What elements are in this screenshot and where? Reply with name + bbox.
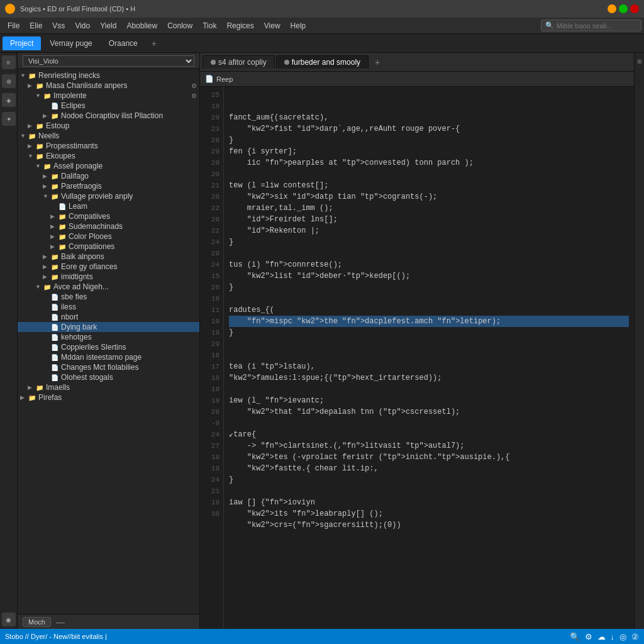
tree-item[interactable]: ▶📁Compatiiones [18, 242, 199, 252]
tree-item[interactable]: ▶📁Dalifago [18, 171, 199, 181]
tree-item[interactable]: ▶📁Eore gy ofiances [18, 262, 199, 272]
tree-item-label: kehotges [61, 333, 92, 341]
tree-item[interactable]: ▶📁Nodoe Cioraptlov ilist Pllaction [18, 111, 199, 121]
editor-tab-0[interactable]: s4 afitor copliy [203, 55, 275, 69]
code-line: "kw2">that "id">depalash tnn ("tp">cscre… [229, 406, 629, 418]
tree-item[interactable]: 📄kehotges [18, 332, 199, 342]
tree-item[interactable]: ▶📁Sudemachinads [18, 221, 199, 231]
tree-item-label: Assell ponagle [53, 162, 103, 170]
code-line: ↙tare{ [229, 429, 629, 440]
menu-item-view[interactable]: View [259, 20, 286, 31]
code-line: iew (l_ "fn">ievantc; [229, 395, 629, 406]
status-icon[interactable]: ◎ [619, 632, 626, 641]
status-icon[interactable]: ☁ [597, 632, 606, 641]
tree-item[interactable]: 📄sbe fies [18, 292, 199, 302]
tree-item[interactable]: ▼📁Neells [18, 131, 199, 141]
tree-item[interactable]: ▼📁Assell ponagle [18, 161, 199, 171]
tree-item[interactable]: 📄Changes Mct fiolabilies [18, 362, 199, 372]
menu-item-regices[interactable]: Regices [221, 20, 258, 31]
status-bar: Stobo // Dyer/ - New//biit evitalis | 🔍⚙… [0, 629, 644, 644]
code-line [229, 418, 629, 429]
tree-item[interactable]: 📄Leam [18, 201, 199, 211]
editor-tab-1[interactable]: furbeder and smooly [276, 55, 369, 69]
status-text[interactable]: Stobo // Dyer/ - New//biit evitalis | [5, 633, 107, 640]
gear-icon[interactable]: ⚙ [191, 82, 197, 89]
tree-item[interactable]: ▼📁Ekoupes [18, 151, 199, 161]
tree-item[interactable]: 📄Eclipes [18, 101, 199, 111]
editor-area: s4 afitor copliyfurbeder and smooly+ 📄 R… [200, 53, 634, 629]
tree-item[interactable]: ▶📁Baik alnpons [18, 252, 199, 262]
code-content[interactable]: fanct_aum{(sacretatc), "kw2">fist "id">d… [224, 87, 634, 629]
tree-item[interactable]: ▶📁Paretfraogis [18, 181, 199, 191]
menu-item-help[interactable]: Help [286, 20, 311, 31]
tree-item[interactable]: ▶📁Propesstimants [18, 141, 199, 151]
tree-item[interactable]: 📄Coppierlies Slertins [18, 342, 199, 352]
tree-item[interactable]: 📄nbort [18, 312, 199, 322]
editor-tab-label: s4 afitor copliy [218, 58, 267, 67]
tree-item[interactable]: ▶📁Color Plooes [18, 231, 199, 242]
code-line [229, 531, 629, 542]
search-input[interactable] [557, 22, 638, 30]
window-controls[interactable] [608, 4, 639, 13]
tree-item[interactable]: 📄Dying bark [18, 322, 199, 332]
code-line [229, 169, 629, 180]
status-icon[interactable]: ↓ [611, 632, 615, 641]
tree-item-label: Propesstimants [46, 142, 98, 150]
tree-item-label: Sudemachinads [69, 222, 123, 231]
main-tabs: ProjectVernay pugeOraance [3, 36, 145, 50]
menu-item-vido[interactable]: Vido [70, 20, 95, 31]
tree-item[interactable]: 📄iless [18, 302, 199, 312]
tree-item[interactable]: ▶📁imidtignts [18, 272, 199, 282]
close-button[interactable] [630, 4, 639, 13]
view-selector[interactable]: Visi_Violo [23, 55, 194, 67]
menu-item-yield[interactable]: Yield [95, 20, 121, 31]
editor-tab-add[interactable]: + [372, 57, 382, 67]
right-sidebar-label[interactable]: ⊞ [636, 59, 643, 64]
status-icon[interactable]: 🔍 [570, 632, 580, 641]
sidebar-icon-2[interactable]: ⊕ [2, 74, 16, 88]
tree-item[interactable]: ▶📁Imaells [18, 382, 199, 392]
tree-item[interactable]: ▼📁Impolente⚙ [18, 91, 199, 101]
sidebar-icon-4[interactable]: ✦ [2, 112, 16, 126]
minimize-button[interactable] [608, 4, 616, 13]
tab-add-button[interactable]: + [148, 37, 160, 50]
tree-item[interactable]: ▼📁Vullage provieb anply [18, 191, 199, 201]
tree-item-label: Dalifago [61, 172, 89, 180]
menu-item-file[interactable]: File [3, 20, 25, 31]
tree-item-label: Dying bark [61, 323, 97, 331]
menu-item-elie[interactable]: Elie [25, 20, 47, 31]
tree-item[interactable]: ▼📁Avce ad Nigeh... [18, 282, 199, 292]
sidebar-icon-1[interactable]: ≡ [2, 55, 16, 69]
tree-item[interactable]: 📄Mddan isteestamo page [18, 352, 199, 362]
footer-mod-button[interactable]: Moch [23, 617, 51, 627]
code-line: } [229, 327, 629, 338]
main-tab-0[interactable]: Project [3, 36, 41, 50]
tree-item[interactable]: ▶📁Masa Chanlisute anpers⚙ [18, 80, 199, 91]
search-box[interactable]: 🔍 [541, 19, 641, 31]
menu-item-abobliew[interactable]: Abobliew [121, 20, 162, 31]
maximize-button[interactable] [619, 4, 628, 13]
tab-dot [211, 60, 216, 65]
sidebar-icon-5[interactable]: ◉ [2, 613, 16, 626]
main-tab-1[interactable]: Vernay puge [42, 36, 99, 50]
code-line: } [229, 282, 629, 293]
gear-icon[interactable]: ⚙ [191, 92, 197, 99]
right-sidebar: ⊞ [634, 53, 644, 629]
status-icon[interactable]: ② [631, 632, 639, 641]
tree-item[interactable]: ▶📁Compatiives [18, 211, 199, 221]
menu-item-vss[interactable]: Vss [47, 20, 70, 31]
status-icon[interactable]: ⚙ [585, 632, 592, 641]
menu-item-tiok[interactable]: Tiok [197, 20, 221, 31]
code-line [229, 338, 629, 350]
tree-item[interactable]: ▶📁Estoup [18, 121, 199, 131]
main-tab-2[interactable]: Oraance [101, 36, 145, 50]
sidebar-icon-3[interactable]: ◈ [2, 93, 16, 107]
code-line: fen {i syrter]; [229, 146, 629, 157]
tree-item[interactable]: 📄Olohest stogals [18, 372, 199, 382]
tree-item-label: Baik alnpons [61, 252, 104, 261]
line-numbers: 2519292326292020212022202224292415261611… [200, 87, 224, 629]
tree-item[interactable]: ▶📁Pirefas [18, 392, 199, 402]
menu-item-conlow[interactable]: Conlow [162, 20, 197, 31]
tree-item[interactable]: ▼📁Renriesting inecks [18, 70, 199, 80]
tree-item-label: Pirefas [38, 393, 62, 402]
